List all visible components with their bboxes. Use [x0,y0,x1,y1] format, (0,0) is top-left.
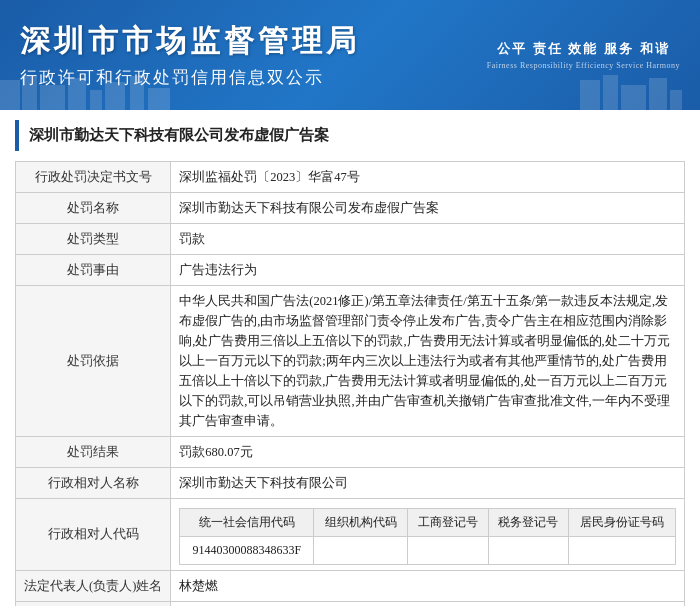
svg-rect-8 [580,80,600,110]
svg-rect-4 [90,90,102,110]
header-slogans: 公平 责任 效能 服务 和谐 Fairness Responsibility E… [487,40,680,70]
table-row: 法定代表人(负责人)姓名林楚燃 [16,570,685,601]
table-row: 处罚类型罚款 [16,224,685,255]
table-row: 行政相对人名称深圳市勤达天下科技有限公司 [16,468,685,499]
code-sub-table: 统一社会信用代码组织机构代码工商登记号税务登记号居民身份证号码914403000… [179,508,676,565]
row-label: 行政处罚决定书文号 [16,162,171,193]
svg-rect-3 [68,78,86,110]
svg-rect-2 [40,85,65,110]
table-row: 行政相对人代码统一社会信用代码组织机构代码工商登记号税务登记号居民身份证号码91… [16,499,685,571]
info-table: 行政处罚决定书文号深圳监福处罚〔2023〕华富47号处罚名称深圳市勤达天下科技有… [15,161,685,606]
row-value: 中华人民共和国广告法(2021修正)/第五章法律责任/第五十五条/第一款违反本法… [171,286,685,437]
sub-table-cell [314,537,408,565]
table-row: 处罚依据中华人民共和国广告法(2021修正)/第五章法律责任/第五十五条/第一款… [16,286,685,437]
row-label: 处罚名称 [16,193,171,224]
sub-table-cell: 91440300088348633F [180,537,314,565]
svg-rect-5 [105,82,125,110]
svg-rect-11 [649,78,667,110]
row-label: 法定代表人(负责人)姓名 [16,570,171,601]
buildings-decoration [0,70,700,110]
row-value: 罚款 [171,224,685,255]
slogans-en: Fairness Responsibility Efficiency Servi… [487,61,680,70]
table-row: 处罚名称深圳市勤达天下科技有限公司发布虚假广告案 [16,193,685,224]
sub-table-header: 居民身份证号码 [569,509,676,537]
sub-table-header: 统一社会信用代码 [180,509,314,537]
sub-table-header: 税务登记号 [488,509,568,537]
sub-table-cell [488,537,568,565]
table-row: 处罚事由广告违法行为 [16,255,685,286]
row-value: 深圳市勤达天下科技有限公司 [171,468,685,499]
row-label: 行政相对人名称 [16,468,171,499]
row-value: 2023-11-24 [171,601,685,606]
row-label: 处罚决定日期 [16,601,171,606]
svg-rect-6 [130,76,144,110]
row-value: 深圳监福处罚〔2023〕华富47号 [171,162,685,193]
row-value: 罚款680.07元 [171,437,685,468]
header: 深圳市市场监督管理局 行政许可和行政处罚信用信息双公示 公平 责任 效能 服务 … [0,0,700,110]
sub-table-header: 工商登记号 [408,509,488,537]
row-value: 广告违法行为 [171,255,685,286]
svg-rect-12 [670,90,682,110]
row-label: 处罚结果 [16,437,171,468]
row-label: 行政相对人代码 [16,499,171,571]
row-label: 处罚类型 [16,224,171,255]
row-value: 林楚燃 [171,570,685,601]
sub-table-header: 组织机构代码 [314,509,408,537]
table-row: 处罚决定日期2023-11-24 [16,601,685,606]
sub-table-cell [569,537,676,565]
row-label: 处罚事由 [16,255,171,286]
sub-table-cell [408,537,488,565]
svg-rect-10 [621,85,646,110]
table-row: 行政处罚决定书文号深圳监福处罚〔2023〕华富47号 [16,162,685,193]
header-title: 深圳市市场监督管理局 [20,21,360,62]
page-title: 深圳市勤达天下科技有限公司发布虚假广告案 [15,120,685,151]
svg-rect-9 [603,75,618,110]
row-value: 统一社会信用代码组织机构代码工商登记号税务登记号居民身份证号码914403000… [171,499,685,571]
svg-rect-0 [0,80,20,110]
main-content: 深圳市勤达天下科技有限公司发布虚假广告案 行政处罚决定书文号深圳监福处罚〔202… [0,110,700,606]
slogans-cn: 公平 责任 效能 服务 和谐 [487,40,680,58]
svg-rect-7 [148,88,170,110]
row-value: 深圳市勤达天下科技有限公司发布虚假广告案 [171,193,685,224]
svg-rect-1 [22,75,37,110]
row-label: 处罚依据 [16,286,171,437]
table-row: 处罚结果罚款680.07元 [16,437,685,468]
